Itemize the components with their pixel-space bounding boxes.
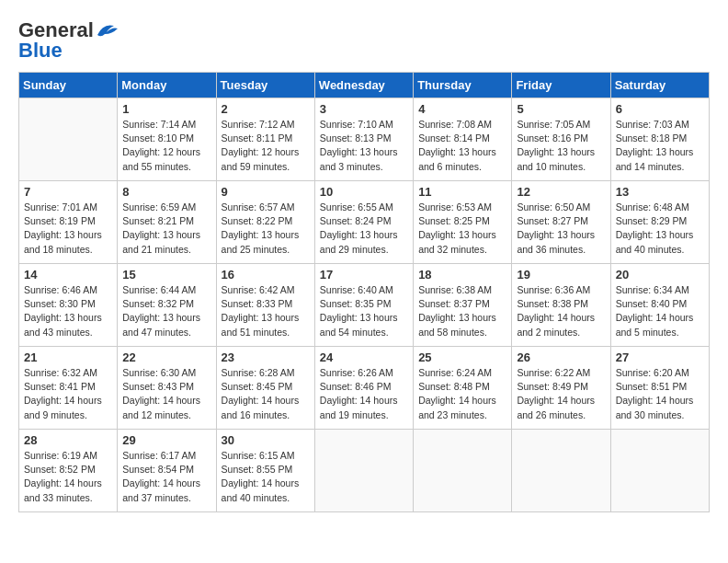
day-number: 29 — [122, 433, 210, 447]
day-info: Sunrise: 6:57 AM Sunset: 8:22 PM Dayligh… — [222, 201, 310, 257]
day-number: 23 — [222, 350, 310, 364]
day-number: 28 — [24, 433, 112, 447]
calendar-cell: 15Sunrise: 6:44 AM Sunset: 8:32 PM Dayli… — [118, 264, 216, 347]
day-number: 17 — [320, 268, 408, 282]
calendar-cell: 1Sunrise: 7:14 AM Sunset: 8:10 PM Daylig… — [118, 98, 216, 181]
day-info: Sunrise: 7:12 AM Sunset: 8:11 PM Dayligh… — [222, 118, 310, 174]
calendar-cell: 18Sunrise: 6:38 AM Sunset: 8:37 PM Dayli… — [414, 264, 512, 347]
calendar-cell: 4Sunrise: 7:08 AM Sunset: 8:14 PM Daylig… — [414, 98, 512, 181]
calendar-cell: 12Sunrise: 6:50 AM Sunset: 8:27 PM Dayli… — [512, 181, 610, 264]
day-number: 30 — [222, 433, 310, 447]
logo-blue: Blue — [18, 39, 63, 63]
day-number: 9 — [222, 185, 310, 199]
calendar-cell: 28Sunrise: 6:19 AM Sunset: 8:52 PM Dayli… — [19, 430, 118, 512]
calendar-cell — [314, 430, 413, 512]
day-info: Sunrise: 6:42 AM Sunset: 8:33 PM Dayligh… — [222, 283, 310, 339]
day-info: Sunrise: 7:14 AM Sunset: 8:10 PM Dayligh… — [122, 118, 210, 174]
day-number: 15 — [122, 268, 210, 282]
day-info: Sunrise: 6:17 AM Sunset: 8:54 PM Dayligh… — [122, 449, 210, 505]
calendar-cell: 13Sunrise: 6:48 AM Sunset: 8:29 PM Dayli… — [610, 181, 709, 264]
calendar-cell: 6Sunrise: 7:03 AM Sunset: 8:18 PM Daylig… — [610, 98, 709, 181]
calendar-cell: 10Sunrise: 6:55 AM Sunset: 8:24 PM Dayli… — [314, 181, 413, 264]
day-number: 10 — [320, 185, 408, 199]
calendar-table: SundayMondayTuesdayWednesdayThursdayFrid… — [18, 72, 710, 512]
day-info: Sunrise: 6:24 AM Sunset: 8:48 PM Dayligh… — [418, 366, 506, 422]
calendar-cell: 2Sunrise: 7:12 AM Sunset: 8:11 PM Daylig… — [216, 98, 314, 181]
calendar-cell — [512, 430, 610, 512]
calendar-cell: 16Sunrise: 6:42 AM Sunset: 8:33 PM Dayli… — [216, 264, 314, 347]
day-info: Sunrise: 6:26 AM Sunset: 8:46 PM Dayligh… — [320, 366, 408, 422]
day-number: 21 — [24, 350, 112, 364]
calendar-cell: 20Sunrise: 6:34 AM Sunset: 8:40 PM Dayli… — [610, 264, 709, 347]
calendar-cell: 30Sunrise: 6:15 AM Sunset: 8:55 PM Dayli… — [216, 430, 314, 512]
column-header-monday: Monday — [118, 73, 216, 98]
column-header-thursday: Thursday — [414, 73, 512, 98]
day-number: 26 — [517, 350, 605, 364]
day-number: 6 — [616, 102, 704, 116]
day-number: 5 — [517, 102, 605, 116]
day-number: 7 — [24, 185, 112, 199]
day-number: 25 — [418, 350, 506, 364]
day-info: Sunrise: 6:44 AM Sunset: 8:32 PM Dayligh… — [122, 283, 210, 339]
day-number: 16 — [222, 268, 310, 282]
calendar-cell: 17Sunrise: 6:40 AM Sunset: 8:35 PM Dayli… — [314, 264, 413, 347]
calendar-cell: 3Sunrise: 7:10 AM Sunset: 8:13 PM Daylig… — [314, 98, 413, 181]
calendar-cell: 11Sunrise: 6:53 AM Sunset: 8:25 PM Dayli… — [414, 181, 512, 264]
calendar-cell: 19Sunrise: 6:36 AM Sunset: 8:38 PM Dayli… — [512, 264, 610, 347]
day-number: 13 — [616, 185, 704, 199]
day-number: 19 — [517, 268, 605, 282]
day-info: Sunrise: 6:22 AM Sunset: 8:49 PM Dayligh… — [517, 366, 605, 422]
calendar-cell: 27Sunrise: 6:20 AM Sunset: 8:51 PM Dayli… — [610, 347, 709, 430]
day-info: Sunrise: 6:40 AM Sunset: 8:35 PM Dayligh… — [320, 283, 408, 339]
calendar-cell: 25Sunrise: 6:24 AM Sunset: 8:48 PM Dayli… — [414, 347, 512, 430]
day-number: 8 — [122, 185, 210, 199]
day-info: Sunrise: 6:48 AM Sunset: 8:29 PM Dayligh… — [616, 201, 704, 257]
calendar-cell: 29Sunrise: 6:17 AM Sunset: 8:54 PM Dayli… — [118, 430, 216, 512]
calendar-cell: 21Sunrise: 6:32 AM Sunset: 8:41 PM Dayli… — [19, 347, 118, 430]
column-header-sunday: Sunday — [19, 73, 118, 98]
calendar-cell — [19, 98, 118, 181]
day-info: Sunrise: 6:46 AM Sunset: 8:30 PM Dayligh… — [24, 283, 112, 339]
day-info: Sunrise: 7:05 AM Sunset: 8:16 PM Dayligh… — [517, 118, 605, 174]
day-number: 11 — [418, 185, 506, 199]
column-header-wednesday: Wednesday — [314, 73, 413, 98]
day-number: 27 — [616, 350, 704, 364]
day-info: Sunrise: 6:19 AM Sunset: 8:52 PM Dayligh… — [24, 449, 112, 505]
calendar-cell: 24Sunrise: 6:26 AM Sunset: 8:46 PM Dayli… — [314, 347, 413, 430]
column-header-friday: Friday — [512, 73, 610, 98]
day-info: Sunrise: 6:55 AM Sunset: 8:24 PM Dayligh… — [320, 201, 408, 257]
calendar-cell: 26Sunrise: 6:22 AM Sunset: 8:49 PM Dayli… — [512, 347, 610, 430]
day-info: Sunrise: 6:59 AM Sunset: 8:21 PM Dayligh… — [122, 201, 210, 257]
day-info: Sunrise: 6:50 AM Sunset: 8:27 PM Dayligh… — [517, 201, 605, 257]
day-number: 14 — [24, 268, 112, 282]
calendar-cell: 9Sunrise: 6:57 AM Sunset: 8:22 PM Daylig… — [216, 181, 314, 264]
column-header-tuesday: Tuesday — [216, 73, 314, 98]
day-info: Sunrise: 6:20 AM Sunset: 8:51 PM Dayligh… — [616, 366, 704, 422]
column-header-saturday: Saturday — [610, 73, 709, 98]
day-number: 12 — [517, 185, 605, 199]
day-info: Sunrise: 7:10 AM Sunset: 8:13 PM Dayligh… — [320, 118, 408, 174]
day-number: 2 — [222, 102, 310, 116]
day-info: Sunrise: 6:36 AM Sunset: 8:38 PM Dayligh… — [517, 283, 605, 339]
logo: General Blue — [18, 18, 119, 63]
calendar-cell: 8Sunrise: 6:59 AM Sunset: 8:21 PM Daylig… — [118, 181, 216, 264]
day-number: 4 — [418, 102, 506, 116]
calendar-cell: 23Sunrise: 6:28 AM Sunset: 8:45 PM Dayli… — [216, 347, 314, 430]
calendar-cell: 22Sunrise: 6:30 AM Sunset: 8:43 PM Dayli… — [118, 347, 216, 430]
calendar-cell — [610, 430, 709, 512]
day-number: 20 — [616, 268, 704, 282]
day-info: Sunrise: 6:32 AM Sunset: 8:41 PM Dayligh… — [24, 366, 112, 422]
calendar-cell: 5Sunrise: 7:05 AM Sunset: 8:16 PM Daylig… — [512, 98, 610, 181]
day-info: Sunrise: 6:15 AM Sunset: 8:55 PM Dayligh… — [222, 449, 310, 505]
day-info: Sunrise: 7:08 AM Sunset: 8:14 PM Dayligh… — [418, 118, 506, 174]
day-number: 18 — [418, 268, 506, 282]
day-info: Sunrise: 6:38 AM Sunset: 8:37 PM Dayligh… — [418, 283, 506, 339]
day-info: Sunrise: 7:03 AM Sunset: 8:18 PM Dayligh… — [616, 118, 704, 174]
day-number: 24 — [320, 350, 408, 364]
day-info: Sunrise: 6:53 AM Sunset: 8:25 PM Dayligh… — [418, 201, 506, 257]
day-number: 1 — [122, 102, 210, 116]
day-number: 3 — [320, 102, 408, 116]
calendar-cell — [414, 430, 512, 512]
logo-bird-icon — [96, 21, 119, 40]
header: General Blue — [18, 18, 710, 63]
